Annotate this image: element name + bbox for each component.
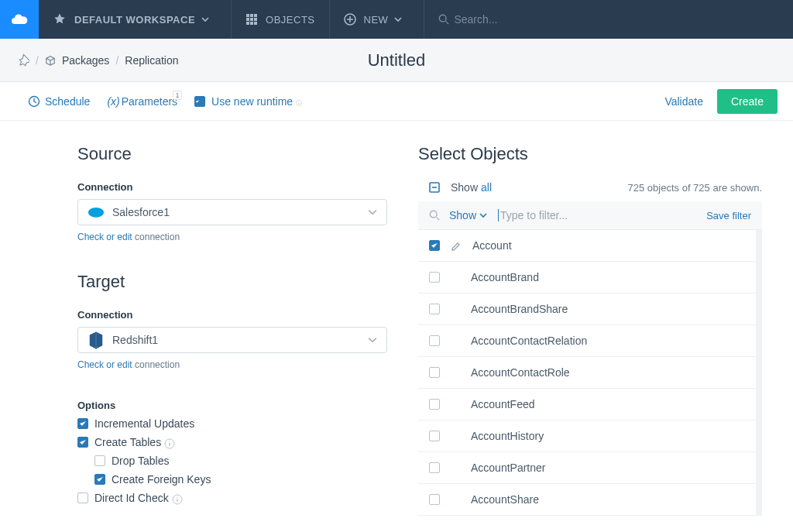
left-column: Source Connection Salesforce1 Check or e… [77,144,387,516]
svg-rect-6 [246,22,249,25]
svg-rect-4 [250,18,253,21]
source-connection-select[interactable]: Salesforce1 [77,199,387,225]
svg-rect-3 [246,18,249,21]
show-dropdown[interactable]: Show [449,209,487,221]
filter-input[interactable] [498,209,706,221]
svg-point-13 [88,208,104,218]
svg-rect-0 [246,14,249,17]
checkbox-icon[interactable] [429,304,440,314]
cloud-icon [10,10,29,29]
option-drop-tables[interactable]: Drop Tables [94,455,387,467]
search-icon [438,14,449,25]
object-row[interactable]: AccountContactRole [418,357,756,389]
global-search[interactable]: Search... [424,0,511,39]
show-all-row: Show all 725 objects of 725 are shown. [418,181,762,194]
object-row[interactable]: AccountBrand [418,262,756,293]
show-all-link[interactable]: all [481,181,492,194]
object-label: AccountHistory [471,430,745,442]
page-title: Untitled [368,50,426,70]
object-list[interactable]: AccountAccountBrandAccountBrandShareAcco… [418,230,762,516]
pencil-icon[interactable] [451,239,462,252]
checkbox-icon[interactable] [429,494,440,505]
parameters-badge: 1 [173,91,182,100]
source-connection-label: Connection [77,181,387,193]
checkbox-icon[interactable] [429,272,440,283]
checkbox-icon[interactable] [429,367,440,378]
object-label: AccountFeed [471,398,745,410]
object-row[interactable]: AccountShare [418,484,756,516]
objects-nav[interactable]: OBJECTS [232,0,329,39]
main-content: Source Connection Salesforce1 Check or e… [0,121,793,516]
object-row[interactable]: AccountHistory [418,420,756,452]
object-label: Account [472,239,745,252]
checkbox-icon[interactable] [429,399,440,410]
salesforce-icon [88,206,105,218]
svg-rect-2 [254,14,257,17]
save-filter-link[interactable]: Save filter [706,210,751,221]
object-count: 725 objects of 725 are shown. [628,182,762,194]
workspace-selector[interactable]: DEFAULT WORKSPACE [39,0,232,39]
object-row[interactable]: AccountPartner [418,452,756,484]
redshift-icon [88,334,105,346]
object-row[interactable]: AccountFeed [418,389,756,420]
checkbox-icon [77,493,88,503]
checkbox-icon[interactable] [429,431,440,441]
svg-rect-7 [250,22,253,25]
object-label: AccountContactRelation [471,335,745,347]
grid-icon [245,13,258,26]
checkbox-icon[interactable] [429,335,440,346]
object-row[interactable]: AccountBrandShare [418,293,756,325]
breadcrumb: / Packages / Replication [15,53,179,67]
source-check-edit-link[interactable]: Check or edit connection [77,232,387,242]
breadcrumb-packages[interactable]: Packages [62,54,109,67]
brand-logo[interactable] [0,0,39,39]
filter-row: Show Save filter [418,201,762,230]
target-connection-select[interactable]: Redshift1 [77,327,387,353]
checkbox-icon [94,455,105,466]
target-check-edit-link[interactable]: Check or edit connection [77,359,387,370]
new-label: NEW [364,14,389,26]
parameters-button[interactable]: (x) Parameters 1 [107,95,177,108]
toolbar: Schedule (x) Parameters 1 Use new runtim… [0,82,793,121]
checkbox-icon[interactable] [429,240,440,251]
option-create-foreign-keys[interactable]: Create Foreign Keys [94,473,387,486]
chevron-down-icon [479,211,487,219]
object-label: AccountContactRole [471,366,745,379]
object-label: AccountBrandShare [471,303,745,315]
use-new-runtime-toggle[interactable]: Use new runtime [194,95,307,108]
chevron-down-icon [368,208,377,217]
objects-label: OBJECTS [266,14,314,26]
object-row[interactable]: Account [418,230,756,262]
workspace-icon [53,12,67,26]
collapse-icon[interactable] [429,182,440,193]
checkbox-icon[interactable] [429,462,440,473]
breadcrumb-bar: / Packages / Replication Untitled [0,39,793,82]
svg-point-10 [440,15,447,22]
checkbox-icon [77,418,88,429]
create-button[interactable]: Create [717,89,778,114]
info-icon[interactable] [296,96,307,107]
top-nav: DEFAULT WORKSPACE OBJECTS NEW Search... [0,0,793,39]
option-incremental-updates[interactable]: Incremental Updates [77,417,387,430]
option-create-tables[interactable]: Create Tables [77,436,387,448]
object-row[interactable]: AccountContactRelation [418,325,756,357]
clock-icon [28,95,40,108]
search-placeholder: Search... [454,13,497,26]
checkbox-icon [194,96,205,107]
target-section: Target Connection Redshift1 Check or edi… [77,272,387,370]
variable-icon: (x) [107,95,119,108]
pin-icon[interactable] [15,53,29,67]
info-icon[interactable] [164,437,175,448]
svg-rect-8 [254,22,257,25]
checkbox-icon [77,437,88,448]
target-title: Target [77,272,387,292]
package-icon [45,55,56,66]
chevron-down-icon [394,15,402,23]
validate-button[interactable]: Validate [664,95,703,108]
options-title: Options [77,400,387,411]
schedule-button[interactable]: Schedule [28,95,90,108]
info-icon[interactable] [172,493,183,503]
breadcrumb-replication[interactable]: Replication [125,54,178,67]
option-direct-id-check[interactable]: Direct Id Check [77,492,387,504]
new-nav[interactable]: NEW [330,0,425,39]
